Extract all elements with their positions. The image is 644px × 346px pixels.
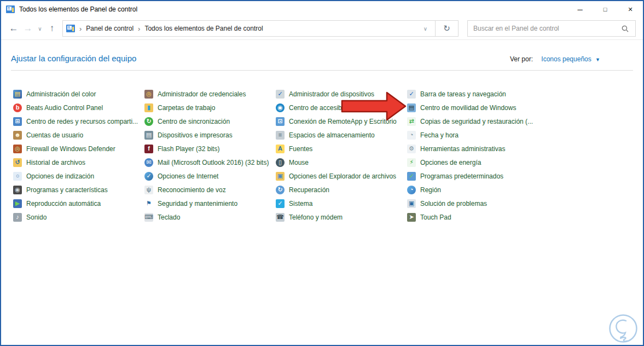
control-panel-item[interactable]: ◉Centro de accesibilidad <box>276 101 407 114</box>
control-panel-item[interactable]: ↺Historial de archivos <box>13 155 144 169</box>
item-label: Opciones del Explorador de archivos <box>289 172 396 180</box>
control-panel-item[interactable]: ψReconocimiento de voz <box>144 183 276 197</box>
back-button[interactable]: ← <box>7 23 21 34</box>
control-panel-item[interactable]: ▤Centro de movilidad de Windows <box>407 101 538 114</box>
history-dropdown-icon[interactable]: ∨ <box>35 26 45 32</box>
title-bar: Todos los elementos de Panel de control … <box>1 1 643 18</box>
windows-mobility-center-icon: ▤ <box>407 103 416 112</box>
sound-icon: ♪ <box>13 213 22 222</box>
control-panel-item[interactable]: ▮Carpetas de trabajo <box>144 101 276 114</box>
item-label: Solución de problemas <box>420 200 487 207</box>
item-label: Conexión de RemoteApp y Escritorio <box>289 118 397 125</box>
minimize-button[interactable]: ─ <box>567 1 593 18</box>
search-input[interactable] <box>468 25 615 32</box>
control-panel-item[interactable]: ◔Región <box>407 183 538 197</box>
windows-defender-firewall-icon: ◎ <box>13 145 22 153</box>
search-icon[interactable] <box>615 25 635 32</box>
control-panel-item[interactable]: ☎Teléfono y módem <box>276 210 407 224</box>
power-options-icon: ⚡ <box>407 158 416 167</box>
control-panel-item[interactable]: ⊡Conexión de RemoteApp y Escritorio <box>276 114 407 128</box>
content-header: Ajustar la configuración del equipo Ver … <box>11 54 633 63</box>
item-label: Flash Player (32 bits) <box>158 145 219 153</box>
control-panel-item[interactable]: ◎Administrador de credenciales <box>144 87 276 101</box>
internet-options-icon: ✓ <box>144 172 153 181</box>
control-panel-item[interactable]: ✓Sistema <box>276 197 407 210</box>
control-panel-item[interactable]: ○Opciones de indización <box>13 169 144 183</box>
item-label: Programas y características <box>26 186 108 194</box>
item-label: Teclado <box>158 214 180 221</box>
control-panel-item[interactable]: ⌨Teclado <box>144 210 276 224</box>
control-panel-item[interactable]: ✓Barra de tareas y navegación <box>407 87 538 101</box>
breadcrumb-item-panel-de-control[interactable]: Panel de control <box>86 25 134 32</box>
control-panel-item[interactable]: ✉Mail (Microsoft Outlook 2016) (32 bits) <box>144 155 276 169</box>
phone-and-modem-icon: ☎ <box>276 213 285 222</box>
control-panel-item[interactable]: ⇄Copias de seguridad y restauración (... <box>407 114 538 128</box>
control-panel-item[interactable]: ↻Recuperación <box>276 183 407 197</box>
maximize-button[interactable]: □ <box>593 1 618 18</box>
screenshot-frame: Todos los elementos de Panel de control … <box>0 0 644 346</box>
breadcrumb-item-todos-los-elementos[interactable]: Todos los elementos de Panel de control <box>144 25 263 32</box>
item-label: Opciones de Internet <box>158 172 218 180</box>
user-accounts-icon: ☻ <box>13 131 22 140</box>
control-panel-icon <box>66 24 75 33</box>
control-panel-item[interactable]: ▤Dispositivos e impresoras <box>144 128 276 142</box>
control-panel-item[interactable]: ◔Fecha y hora <box>407 128 538 142</box>
page-title: Ajustar la configuración del equipo <box>11 54 136 63</box>
control-panel-item[interactable]: ◎Firewall de Windows Defender <box>13 142 144 155</box>
control-panel-item[interactable]: AFuentes <box>276 142 407 155</box>
control-panel-item[interactable]: ▣Solución de problemas <box>407 197 538 210</box>
control-panel-item[interactable]: ♪Sonido <box>13 210 144 224</box>
control-panel-item[interactable]: ⚑Seguridad y mantenimiento <box>144 197 276 210</box>
control-panel-item[interactable]: ⊞Centro de redes y recursos comparti... <box>13 114 144 128</box>
control-panel-item[interactable]: ▯Mouse <box>276 155 407 169</box>
breadcrumb-separator: › <box>75 25 86 33</box>
header-divider <box>11 70 633 71</box>
item-label: Beats Audio Control Panel <box>26 104 103 112</box>
view-by-dropdown[interactable]: Iconos pequeños <box>541 55 591 63</box>
control-panel-item[interactable]: ⚡Opciones de energía <box>407 155 538 169</box>
control-panel-item[interactable]: ✓Opciones de Internet <box>144 169 276 183</box>
items-column: ◎Administrador de credenciales▮Carpetas … <box>144 87 276 224</box>
control-panel-item[interactable]: fFlash Player (32 bits) <box>144 142 276 155</box>
chevron-down-icon[interactable]: ▼ <box>595 57 600 62</box>
close-button[interactable]: ✕ <box>618 1 643 18</box>
up-button[interactable]: ↑ <box>45 23 59 34</box>
troubleshooting-icon: ▣ <box>407 199 416 208</box>
address-dropdown-icon[interactable]: ∨ <box>416 26 435 32</box>
control-panel-item[interactable]: ▶Reproducción automática <box>13 197 144 210</box>
breadcrumb-separator: › <box>134 25 144 33</box>
control-panel-item[interactable]: ➤Touch Pad <box>407 210 538 224</box>
control-panel-item[interactable]: ▤Administración del color <box>13 87 144 101</box>
control-panel-item[interactable]: ≡Espacios de almacenamiento <box>276 128 407 142</box>
mail-icon: ✉ <box>144 158 153 167</box>
item-label: Fecha y hora <box>420 131 459 139</box>
devices-and-printers-icon: ▤ <box>144 131 153 140</box>
beats-audio-icon: b <box>13 103 22 112</box>
control-panel-item[interactable]: ▣Opciones del Explorador de archivos <box>276 169 407 183</box>
refresh-button[interactable]: ↻ <box>436 20 459 37</box>
item-label: Reproducción automática <box>26 200 101 207</box>
color-management-icon: ▤ <box>13 90 22 99</box>
item-label: Barra de tareas y navegación <box>420 90 506 98</box>
keyboard-icon: ⌨ <box>144 213 153 222</box>
work-folders-icon: ▮ <box>144 103 153 112</box>
recovery-icon: ↻ <box>276 186 285 194</box>
forward-button[interactable]: → <box>21 23 35 34</box>
control-panel-item[interactable]: ↻Centro de sincronización <box>144 114 276 128</box>
control-panel-icon <box>6 5 15 14</box>
item-label: Firewall de Windows Defender <box>26 145 115 153</box>
flash-player-icon: f <box>144 145 153 153</box>
item-label: Región <box>420 186 441 194</box>
item-label: Herramientas administrativas <box>420 145 505 153</box>
control-panel-item[interactable]: ◉Programas y características <box>13 183 144 197</box>
control-panel-item[interactable]: bBeats Audio Control Panel <box>13 101 144 114</box>
control-panel-item[interactable]: ⚙Herramientas administrativas <box>407 142 538 155</box>
item-label: Seguridad y mantenimiento <box>158 200 237 207</box>
speech-recognition-icon: ψ <box>144 186 153 194</box>
control-panel-item[interactable]: ✓Administrador de dispositivos <box>276 87 407 101</box>
item-label: Copias de seguridad y restauración (... <box>420 118 533 125</box>
control-panel-item[interactable]: ☻Cuentas de usuario <box>13 128 144 142</box>
view-by-label: Ver por: <box>510 55 533 63</box>
breadcrumb[interactable]: › Panel de control › Todos los elementos… <box>62 20 436 37</box>
control-panel-item[interactable]: ✓Programas predeterminados <box>407 169 538 183</box>
